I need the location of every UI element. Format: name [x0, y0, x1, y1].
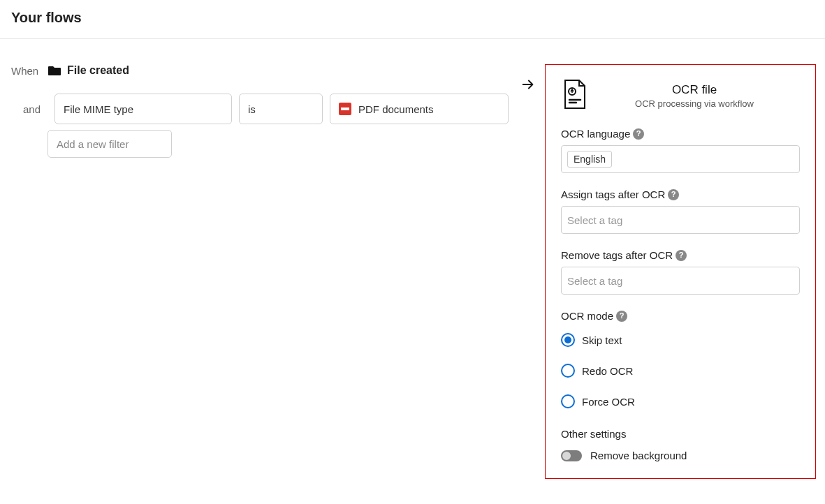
ocr-mode-skip[interactable]: Skip text — [561, 333, 800, 347]
pdf-icon — [339, 103, 351, 115]
remove-tags-placeholder: Select a tag — [567, 275, 622, 287]
help-icon[interactable]: ? — [668, 189, 679, 200]
trigger-event[interactable]: File created — [67, 64, 129, 77]
remove-background-label: Remove background — [590, 450, 687, 461]
ocr-mode-force[interactable]: Force OCR — [561, 394, 800, 408]
page-title: Your flows — [0, 0, 825, 38]
trigger-column: When File created and File MIME type is … — [11, 64, 514, 158]
assign-tags-label: Assign tags after OCR ? — [561, 188, 800, 200]
ocr-mode-redo[interactable]: Redo OCR — [561, 364, 800, 378]
filter-operator-value: is — [248, 103, 256, 115]
filter-row: and File MIME type is PDF documents — [11, 94, 514, 124]
filter-operator-select[interactable]: is — [239, 94, 323, 124]
arrow-right-icon — [520, 77, 536, 95]
add-filter-placeholder: Add a new filter — [57, 138, 129, 150]
filter-value-select[interactable]: PDF documents — [330, 94, 509, 124]
ocr-mode-skip-label: Skip text — [582, 334, 622, 346]
assign-tags-select[interactable]: Select a tag — [561, 206, 800, 234]
trigger-row: When File created — [11, 64, 514, 77]
toggle-icon — [561, 450, 582, 461]
radio-icon — [561, 394, 575, 408]
ocr-mode-label: OCR mode ? — [561, 310, 800, 322]
help-icon[interactable]: ? — [676, 250, 687, 261]
help-icon[interactable]: ? — [633, 128, 644, 140]
radio-icon — [561, 333, 575, 347]
remove-tags-select[interactable]: Select a tag — [561, 267, 800, 295]
when-label: When — [11, 65, 48, 77]
filter-value-text: PDF documents — [358, 103, 434, 115]
ocr-document-icon — [561, 79, 589, 112]
filter-field-select[interactable]: File MIME type — [54, 94, 232, 124]
and-label: and — [11, 103, 48, 115]
add-filter-input[interactable]: Add a new filter — [48, 130, 172, 158]
folder-icon — [48, 65, 61, 76]
ocr-language-select[interactable]: English — [561, 145, 800, 173]
footer-actions: Delete Active — [0, 493, 825, 504]
flow-arrow — [514, 64, 542, 95]
filter-field-value: File MIME type — [64, 103, 133, 115]
remove-tags-label: Remove tags after OCR ? — [561, 249, 800, 261]
help-icon[interactable]: ? — [616, 311, 627, 322]
action-title: OCR file — [589, 83, 800, 97]
flow-builder: When File created and File MIME type is … — [0, 39, 825, 493]
assign-tags-placeholder: Select a tag — [567, 214, 622, 226]
ocr-language-value: English — [567, 151, 612, 168]
radio-icon — [561, 364, 575, 378]
ocr-mode-redo-label: Redo OCR — [582, 365, 633, 377]
ocr-mode-force-label: Force OCR — [582, 396, 635, 408]
action-subtitle: OCR processing via workflow — [589, 98, 800, 109]
ocr-language-label: OCR language ? — [561, 128, 800, 140]
action-panel: OCR file OCR processing via workflow OCR… — [545, 64, 816, 479]
remove-background-toggle[interactable]: Remove background — [561, 450, 800, 461]
other-settings-label: Other settings — [561, 428, 800, 440]
